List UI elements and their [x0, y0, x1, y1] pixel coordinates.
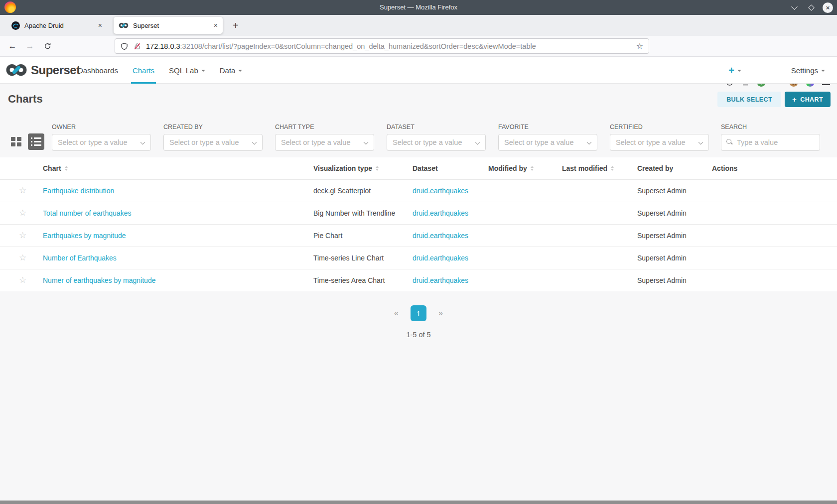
- window-close-button[interactable]: ×: [823, 2, 833, 13]
- search-icon: [726, 139, 731, 144]
- dataset-link[interactable]: druid.earthquakes: [413, 187, 488, 195]
- diamond-icon: [808, 4, 815, 11]
- nav-item-data[interactable]: Data: [220, 57, 243, 84]
- sort-icon: [531, 166, 534, 171]
- table-row: ☆ Number of Earthquakes Time-series Line…: [0, 247, 837, 269]
- favorite-star-icon[interactable]: ☆: [19, 231, 26, 240]
- certified-select[interactable]: Select or type a value: [610, 134, 709, 151]
- column-header-actions: Actions: [712, 164, 837, 172]
- favorite-star-icon[interactable]: ☆: [19, 253, 26, 262]
- new-item-menu-button[interactable]: +: [728, 57, 741, 84]
- filter-owner: OWNER Select or type a value: [52, 124, 151, 151]
- created-by-cell: Superset Admin: [637, 276, 712, 284]
- pagination-page-1-button[interactable]: 1: [411, 305, 426, 321]
- favorite-star-icon[interactable]: ☆: [19, 275, 26, 285]
- favorite-star-icon[interactable]: ☆: [19, 186, 26, 195]
- browser-tab-superset[interactable]: Superset ×: [114, 17, 223, 34]
- chart-name-link[interactable]: Earthquakes by magnitude: [43, 232, 313, 240]
- sort-icon: [611, 166, 614, 171]
- created-by-cell: Superset Admin: [637, 187, 712, 195]
- chart-name-link[interactable]: Number of Earthquakes: [43, 254, 313, 262]
- created-by-select[interactable]: Select or type a value: [163, 134, 263, 151]
- back-button[interactable]: ←: [5, 36, 20, 56]
- chart-name-link[interactable]: Numer of earthquakes by magnitude: [43, 276, 313, 284]
- search-input[interactable]: [721, 134, 820, 151]
- add-chart-button[interactable]: + CHART: [785, 92, 831, 107]
- filter-label: FAVORITE: [498, 124, 597, 130]
- browser-tab-apache-druid[interactable]: Apache Druid ×: [6, 17, 107, 34]
- nav-item-dashboards[interactable]: Dashboards: [78, 57, 118, 84]
- pagination-next-button[interactable]: »: [438, 309, 443, 318]
- add-chart-label: CHART: [800, 96, 823, 103]
- filter-chart-type: CHART TYPE Select or type a value: [275, 124, 374, 151]
- nav-item-label: Data: [220, 66, 236, 75]
- dataset-select[interactable]: Select or type a value: [387, 134, 486, 151]
- chevron-down-icon: [791, 3, 798, 10]
- url-text: 172.18.0.3:32108/chart/list/?pageIndex=0…: [146, 42, 536, 50]
- forward-button[interactable]: →: [22, 36, 37, 56]
- tracking-protection-shield-icon[interactable]: [121, 42, 128, 50]
- column-header-last-modified[interactable]: Last modified: [562, 164, 637, 172]
- select-placeholder: Select or type a value: [393, 138, 480, 146]
- filter-favorite: FAVORITE Select or type a value: [498, 124, 597, 151]
- nav-items: Dashboards Charts SQL Lab Data: [78, 57, 242, 84]
- owner-select[interactable]: Select or type a value: [52, 134, 151, 151]
- chart-name-link[interactable]: Earthquake distribution: [43, 187, 313, 195]
- column-header-visualization-type[interactable]: Visualization type: [313, 164, 413, 172]
- view-mode-toggles: [11, 133, 44, 150]
- pagination-prev-button[interactable]: «: [394, 309, 399, 318]
- dataset-link[interactable]: druid.earthquakes: [413, 232, 488, 240]
- superset-navbar: Superset Dashboards Charts SQL Lab Data …: [0, 57, 837, 84]
- column-label: Chart: [43, 164, 61, 172]
- tab-close-icon[interactable]: ×: [98, 22, 102, 29]
- column-header-modified-by[interactable]: Modified by: [488, 164, 562, 172]
- nav-item-charts[interactable]: Charts: [133, 57, 154, 84]
- new-tab-button[interactable]: +: [233, 20, 239, 30]
- plus-icon: +: [792, 95, 797, 104]
- pagination-summary: 1-5 of 5: [0, 331, 837, 339]
- bookmark-star-icon[interactable]: ☆: [636, 41, 643, 51]
- nav-item-label: SQL Lab: [169, 66, 198, 75]
- chevron-down-icon: [737, 70, 741, 72]
- apache-druid-favicon: [11, 21, 20, 30]
- tab-close-icon[interactable]: ×: [214, 22, 218, 29]
- superset-logo[interactable]: Superset: [5, 63, 80, 77]
- filter-created-by: CREATED BY Select or type a value: [163, 124, 263, 151]
- list-view-button[interactable]: [28, 133, 44, 150]
- nav-item-label: Dashboards: [78, 66, 118, 75]
- favorite-select[interactable]: Select or type a value: [498, 134, 597, 151]
- card-view-button[interactable]: [11, 137, 21, 146]
- table-row: ☆ Earthquakes by magnitude Pie Chart dru…: [0, 224, 837, 247]
- brand-wordmark: Superset: [31, 63, 80, 77]
- select-placeholder: Select or type a value: [58, 138, 145, 146]
- column-header-chart[interactable]: Chart: [43, 164, 313, 172]
- superset-infinity-icon: [5, 63, 27, 77]
- column-label: Created by: [637, 164, 673, 172]
- nav-item-label: Charts: [133, 66, 154, 75]
- browser-tab-bar: Apache Druid × Superset × +: [0, 15, 837, 36]
- column-header-created-by: Created by: [637, 164, 712, 172]
- favorite-star-icon[interactable]: ☆: [19, 208, 26, 218]
- connection-not-secure-lock-icon[interactable]: [134, 42, 141, 50]
- window-minimize-button[interactable]: [789, 2, 800, 13]
- tab-label: Superset: [133, 22, 210, 29]
- window-bottom-edge: [0, 501, 837, 504]
- reload-button[interactable]: [40, 36, 55, 56]
- select-placeholder: Select or type a value: [616, 138, 703, 146]
- window-maximize-button[interactable]: [806, 2, 817, 13]
- bulk-select-button[interactable]: BULK SELECT: [717, 92, 781, 107]
- settings-menu-button[interactable]: Settings: [791, 57, 825, 84]
- created-by-cell: Superset Admin: [637, 254, 712, 262]
- chart-name-link[interactable]: Total number of earthquakes: [43, 209, 313, 217]
- header-buttons: BULK SELECT + CHART: [717, 92, 831, 107]
- window-titlebar: Superset — Mozilla Firefox ×: [0, 0, 837, 15]
- dataset-link[interactable]: druid.earthquakes: [413, 276, 488, 284]
- url-bar[interactable]: 172.18.0.3:32108/chart/list/?pageIndex=0…: [115, 38, 649, 54]
- created-by-cell: Superset Admin: [637, 209, 712, 217]
- nav-item-sql-lab[interactable]: SQL Lab: [169, 57, 205, 84]
- reload-icon: [44, 42, 51, 50]
- dataset-link[interactable]: druid.earthquakes: [413, 209, 488, 217]
- dataset-link[interactable]: druid.earthquakes: [413, 254, 488, 262]
- chart-type-select[interactable]: Select or type a value: [275, 134, 374, 151]
- page-title: Charts: [8, 93, 43, 106]
